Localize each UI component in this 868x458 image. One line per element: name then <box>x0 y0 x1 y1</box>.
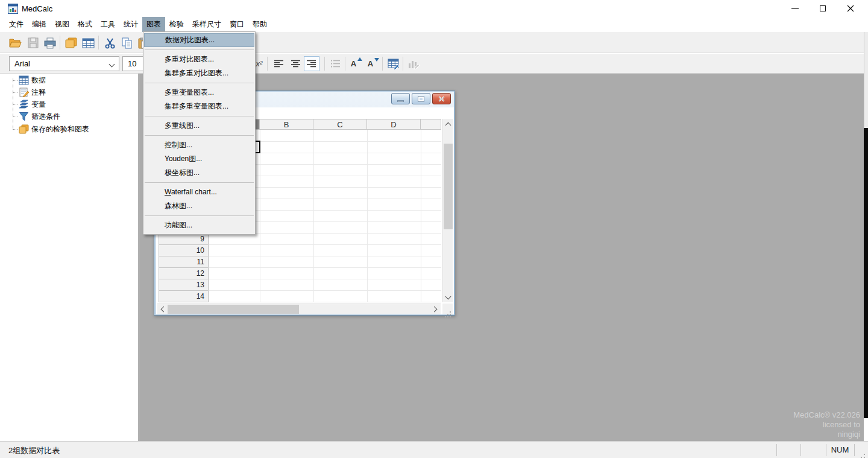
copy-button[interactable] <box>119 36 134 50</box>
menu-item-multiple-comparison-graph[interactable]: 多重对比图表... <box>144 52 254 66</box>
list-button[interactable] <box>328 56 344 71</box>
column-header-C[interactable]: C <box>313 119 367 130</box>
sidebar-tree: 数据 注释 变量 筛选条件 保存的检验和图表 <box>0 74 139 441</box>
chevron-down-icon <box>445 293 451 299</box>
save-button[interactable] <box>26 36 40 50</box>
menu-statistics[interactable]: 统计 <box>119 17 142 32</box>
cut-button[interactable] <box>102 36 117 50</box>
menu-item-control-chart[interactable]: 控制图... <box>144 138 254 152</box>
close-button[interactable] <box>837 0 864 17</box>
license-watermark: MedCalc® v22.026 licensed to ningiqi <box>793 410 860 439</box>
menu-format[interactable]: 格式 <box>74 17 96 32</box>
menu-view[interactable]: 视图 <box>51 17 74 32</box>
sidebar-item-data[interactable]: 数据 <box>0 74 46 86</box>
vertical-scrollbar[interactable] <box>442 119 453 302</box>
column-header-D[interactable]: D <box>367 119 421 130</box>
watermark-licensed: licensed to <box>793 420 860 430</box>
chevron-up-icon <box>445 122 451 129</box>
menu-separator <box>145 83 254 83</box>
grid-vline <box>367 130 368 302</box>
menu-item-multiple-line-graph[interactable]: 多重线图... <box>144 119 254 133</box>
child-minimize-icon <box>397 100 404 102</box>
filter-funnel-icon <box>19 112 29 121</box>
chevron-left-icon <box>161 307 167 313</box>
edit-table-button[interactable] <box>386 56 401 71</box>
font-name-select[interactable]: Arial <box>9 56 119 71</box>
row-header[interactable]: 13 <box>159 279 209 291</box>
menu-item-youden-plot[interactable]: Youden图... <box>144 152 254 166</box>
open-button[interactable] <box>8 36 22 50</box>
print-icon <box>44 37 56 49</box>
row-header[interactable]: 14 <box>159 291 209 302</box>
column-header-partial[interactable] <box>421 119 441 130</box>
chart-edit-icon <box>408 59 420 69</box>
menu-item-function-plot[interactable]: 功能图... <box>144 218 254 232</box>
print-button[interactable] <box>43 36 57 50</box>
column-header-B[interactable]: B <box>260 119 313 130</box>
scroll-left-button[interactable] <box>157 304 168 314</box>
child-close-button[interactable] <box>432 93 451 104</box>
menu-item-forest-plot[interactable]: 森林图... <box>144 199 254 213</box>
decrease-font-button[interactable]: A <box>364 56 380 71</box>
sheets-icon <box>65 37 78 49</box>
child-close-icon <box>438 96 445 102</box>
row-header[interactable]: 11 <box>159 256 209 268</box>
menu-edit[interactable]: 编辑 <box>28 17 51 32</box>
increase-font-icon: A <box>351 59 356 68</box>
scroll-down-button[interactable] <box>443 292 453 302</box>
child-minimize-button[interactable] <box>391 93 410 104</box>
menu-tests[interactable]: 检验 <box>165 17 188 32</box>
minimize-button[interactable] <box>781 0 808 17</box>
scroll-up-button[interactable] <box>443 119 453 129</box>
sidebar-item-notes[interactable]: 注释 <box>0 86 46 98</box>
menu-item-multiple-variables-graph[interactable]: 多重变量图表... <box>144 86 254 100</box>
scroll-right-button[interactable] <box>430 304 441 314</box>
menu-item-clustered-multiple-variables-graph[interactable]: 集群多重变量图表... <box>144 100 254 113</box>
data-table-button[interactable] <box>81 36 95 50</box>
row-header[interactable]: 9 <box>159 234 209 245</box>
menu-separator <box>145 116 254 116</box>
row-header[interactable]: 12 <box>159 268 209 279</box>
vertical-scroll-thumb[interactable] <box>444 144 453 229</box>
horizontal-scroll-thumb[interactable] <box>168 305 299 314</box>
menu-window[interactable]: 窗口 <box>225 17 248 32</box>
align-left-button[interactable] <box>271 56 287 71</box>
align-right-button[interactable] <box>304 56 319 71</box>
align-left-icon <box>274 60 284 68</box>
menu-separator <box>145 215 254 216</box>
menu-sample-size[interactable]: 采样尺寸 <box>188 17 225 32</box>
watermark-version: MedCalc® v22.026 <box>793 410 860 420</box>
menu-item-waterfall-chart[interactable]: Waterfall chart... <box>144 185 254 199</box>
grid-vline <box>260 130 260 302</box>
menu-help[interactable]: 帮助 <box>248 17 271 32</box>
horizontal-scrollbar[interactable] <box>157 304 441 314</box>
table-edit-icon <box>388 59 400 69</box>
menu-separator <box>145 135 254 136</box>
align-center-button[interactable] <box>288 56 304 71</box>
row-header[interactable]: 10 <box>159 245 209 256</box>
menu-item-data-comparison-graph[interactable]: 数据对比图表... <box>144 33 254 47</box>
sidebar-item-saved-tests[interactable]: 保存的检验和图表 <box>0 123 89 135</box>
grid-vline <box>313 130 314 302</box>
edit-graph-button[interactable] <box>406 56 422 71</box>
menu-graphs[interactable]: 图表 <box>142 17 165 32</box>
status-message: 2组数据对比表 <box>8 445 60 456</box>
resize-grip[interactable] <box>442 304 453 314</box>
child-restore-button[interactable] <box>412 93 430 104</box>
menu-file[interactable]: 文件 <box>5 17 28 32</box>
maximize-button[interactable] <box>809 0 836 17</box>
sidebar-item-filter[interactable]: 筛选条件 <box>0 110 60 122</box>
sidebar-item-variables[interactable]: 变量 <box>0 98 46 110</box>
increase-font-button[interactable]: A <box>347 56 363 71</box>
menu-item-polar-plot[interactable]: 极坐标图... <box>144 166 254 180</box>
menu-separator <box>145 49 254 50</box>
titlebar: MedCalc <box>0 0 868 17</box>
window-title: MedCalc <box>22 4 52 13</box>
align-center-icon <box>291 60 301 68</box>
menu-tools[interactable]: 工具 <box>96 17 119 32</box>
new-sheet-button[interactable] <box>64 36 78 50</box>
menu-item-clustered-multiple-comparison-graph[interactable]: 集群多重对比图表... <box>144 66 254 80</box>
statusbar-resize-grip[interactable] <box>864 454 865 455</box>
triangle-up-icon <box>357 57 362 61</box>
open-folder-icon <box>9 38 22 48</box>
